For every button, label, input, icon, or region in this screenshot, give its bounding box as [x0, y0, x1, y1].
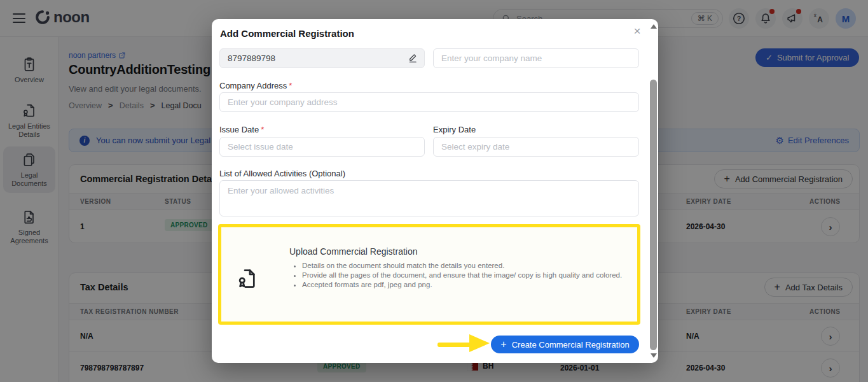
annotation-arrow-head	[469, 334, 490, 352]
create-commercial-registration-button[interactable]: + Create Commercial Registration	[491, 336, 639, 353]
upload-instructions: Details on the document should match the…	[302, 261, 623, 290]
company-address-field[interactable]	[219, 92, 639, 112]
issue-date-label: Issue Date*	[219, 125, 264, 134]
issue-date-field[interactable]	[219, 137, 425, 157]
create-cr-label: Create Commercial Registration	[512, 340, 630, 350]
company-name-field[interactable]	[433, 48, 639, 68]
add-commercial-registration-modal: Add Commercial Registration × Company Ad…	[212, 19, 658, 363]
upload-bullet: Details on the document should match the…	[302, 261, 623, 270]
edit-pencil-icon[interactable]	[408, 52, 419, 64]
scroll-up-icon[interactable]	[651, 24, 657, 29]
upload-document-icon	[235, 267, 259, 291]
upload-bullet: Provide all the pages of the document, a…	[302, 271, 623, 279]
expiry-date-field[interactable]	[433, 137, 639, 157]
upload-bullet: Accepted formats are pdf, jpeg and png.	[302, 280, 623, 289]
scrollbar-thumb[interactable]	[650, 80, 657, 350]
modal-scrollbar[interactable]	[648, 19, 658, 363]
upload-dropzone annotation-box[interactable]: Upload Commercial Registration Details o…	[218, 224, 640, 325]
plus-icon: +	[500, 339, 506, 350]
upload-title: Upload Commercial Registration	[289, 246, 418, 257]
scroll-down-icon[interactable]	[651, 353, 657, 358]
company-address-label: Company Address*	[219, 81, 292, 90]
cr-number-field[interactable]	[219, 48, 425, 68]
close-icon[interactable]: ×	[630, 24, 644, 38]
activities-label: List of Allowed Activities (Optional)	[219, 169, 345, 178]
modal-title: Add Commercial Registration	[220, 28, 354, 39]
annotation-arrow	[437, 343, 471, 347]
screen: noon Search ⌘ K ?	[0, 0, 868, 382]
expiry-date-label: Expiry Date	[433, 125, 476, 134]
activities-field[interactable]	[219, 180, 639, 216]
